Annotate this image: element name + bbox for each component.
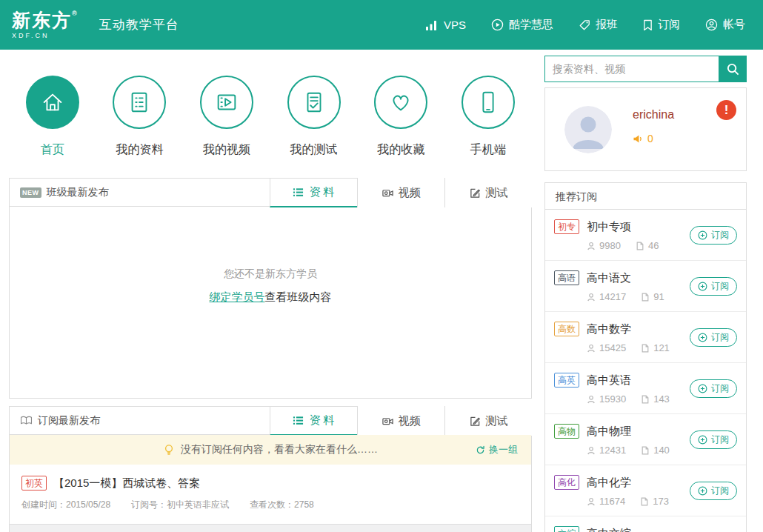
quicknav-label: 手机端: [470, 142, 506, 158]
quick-nav: 首页 我的资料 我的视频 我的测试 我的收藏: [9, 76, 532, 158]
subject-badge: 高物: [554, 424, 579, 439]
nav-item-account[interactable]: 帐号: [705, 18, 745, 32]
tab-tests[interactable]: 测试: [444, 406, 532, 436]
subject-badge: 文综: [554, 526, 579, 532]
refresh-icon: [476, 445, 485, 455]
subject-badge: 高英: [554, 373, 579, 388]
tag-icon: [579, 19, 590, 31]
recommend-panel: 推荐订阅 初专 初中专项 9980 46 订阅 高语 高中语文 14217 91…: [544, 182, 747, 532]
plus-circle-icon: [698, 230, 707, 240]
logo-domain: XDF.CN: [12, 32, 79, 39]
recommend-name[interactable]: 高中文综: [587, 527, 631, 532]
file-icon: [636, 242, 644, 250]
person-icon: [587, 497, 596, 506]
nav-item-vps[interactable]: VPS: [425, 19, 466, 31]
view-count: 查看次数：2758: [250, 499, 314, 511]
file-icon: [641, 293, 650, 302]
quicknav-label: 首页: [41, 142, 64, 158]
page: 新东方® XDF.CN 互动教学平台 VPS 酷学慧思 报班 订阅: [0, 0, 763, 532]
subscribe-button[interactable]: 订阅: [690, 482, 737, 500]
user-count: 12431: [599, 445, 626, 456]
recommend-counts: 15425 121: [587, 342, 670, 353]
quicknav-my-videos[interactable]: 我的视频: [183, 76, 270, 158]
class-empty-state: 您还不是新东方学员 绑定学员号查看班级内容: [10, 267, 531, 305]
user-count: 14217: [599, 291, 626, 302]
quicknav-label: 我的资料: [116, 142, 163, 158]
recommend-name[interactable]: 高中化学: [587, 476, 631, 490]
tab-label: 视频: [399, 186, 421, 200]
notice-text: 没有订阅任何内容，看看大家在看什么……: [181, 443, 378, 456]
nav-label: 酷学慧思: [509, 18, 553, 32]
user-circle-icon: [705, 19, 718, 31]
class-panel-tabs: 资 料 视频 测试: [270, 178, 532, 207]
recommend-row: 高数 高中数学 15425 121 订阅: [545, 312, 746, 363]
feed-item-title[interactable]: 【2015一模】西城试卷、答案: [53, 476, 200, 491]
nav-item-subscribe[interactable]: 订阅: [643, 18, 680, 32]
panel-title-text: 班级最新发布: [47, 186, 109, 199]
quicknav-my-tests[interactable]: 我的测试: [270, 76, 358, 158]
doc-check-icon: [287, 76, 341, 129]
search-bar: [544, 56, 747, 82]
quicknav-my-materials[interactable]: 我的资料: [96, 76, 184, 158]
subject-badge: 初英: [21, 476, 47, 491]
recommend-name[interactable]: 初中专项: [587, 220, 631, 234]
nav-item-kuxue[interactable]: 酷学慧思: [491, 18, 553, 32]
file-count: 140: [653, 445, 670, 456]
recommend-row: 高语 高中语文 14217 91 订阅: [545, 261, 746, 312]
recommend-row: 高物 高中物理 12431 140 订阅: [545, 414, 746, 465]
tab-materials[interactable]: 资 料: [270, 178, 357, 207]
subject-badge: 高化: [554, 475, 579, 490]
nav-label: 报班: [596, 18, 618, 32]
file-icon: [641, 395, 650, 404]
file-icon: [641, 446, 650, 455]
home-icon: [26, 76, 79, 129]
nav-item-baoban[interactable]: 报班: [579, 18, 618, 32]
alert-icon[interactable]: !: [716, 100, 736, 120]
created-time: 创建时间：2015/05/28: [21, 499, 110, 511]
list-tab-icon: [293, 187, 304, 198]
quicknav-my-favorites[interactable]: 我的收藏: [357, 76, 444, 158]
bind-student-link[interactable]: 绑定学员号: [210, 290, 265, 303]
logo-text: 新东方: [12, 10, 72, 30]
subscribe-button[interactable]: 订阅: [690, 379, 737, 398]
subscribe-button[interactable]: 订阅: [690, 277, 737, 296]
subscribe-button[interactable]: 订阅: [690, 226, 737, 245]
tab-videos[interactable]: 视频: [357, 178, 444, 207]
subscribe-button[interactable]: 订阅: [690, 328, 737, 347]
file-count: 173: [653, 496, 669, 507]
change-group-link[interactable]: 换一组: [476, 435, 518, 465]
plus-circle-icon: [698, 486, 707, 496]
quicknav-mobile[interactable]: 手机端: [444, 76, 532, 158]
bookmark-icon: [643, 19, 653, 31]
plus-circle-icon: [698, 384, 707, 393]
tab-materials[interactable]: 资 料: [270, 406, 357, 436]
recommend-name[interactable]: 高中英语: [587, 373, 631, 388]
nav-label: 订阅: [658, 18, 680, 32]
quicknav-label: 我的收藏: [377, 142, 424, 158]
file-count: 143: [653, 393, 670, 405]
recommend-name[interactable]: 高中物理: [587, 425, 631, 439]
no-subscription-notice: 没有订阅任何内容，看看大家在看什么…… 换一组: [10, 435, 531, 465]
search-input[interactable]: [544, 56, 719, 82]
quicknav-label: 我的测试: [290, 142, 338, 158]
recommend-name[interactable]: 高中语文: [587, 271, 631, 285]
search-button[interactable]: [719, 56, 747, 82]
tab-videos[interactable]: 视频: [357, 406, 444, 436]
list-tab-icon: [293, 415, 304, 426]
plus-circle-icon: [698, 333, 707, 342]
feed-item-meta: 创建时间：2015/05/28 订阅号：初中英语非应试 查看次数：2758: [21, 499, 519, 511]
file-count: 121: [653, 342, 670, 353]
file-icon: [641, 344, 650, 353]
quicknav-home[interactable]: 首页: [9, 76, 96, 158]
subscribe-button[interactable]: 订阅: [690, 430, 737, 449]
feed-list-item[interactable]: 初英 【2015一模】西城试卷、答案 创建时间：2015/05/28 订阅号：初…: [10, 465, 531, 511]
recommend-name[interactable]: 高中数学: [587, 322, 631, 336]
panel-title-text: 订阅最新发布: [38, 414, 100, 428]
subject-badge: 初专: [554, 219, 579, 234]
username[interactable]: erichina: [633, 108, 674, 122]
tab-tests[interactable]: 测试: [444, 178, 532, 207]
header-nav: VPS 酷学慧思 报班 订阅 帐号: [425, 18, 745, 32]
top-header: 新东方® XDF.CN 互动教学平台 VPS 酷学慧思 报班 订阅: [0, 0, 763, 50]
xdf-logo[interactable]: 新东方® XDF.CN: [12, 10, 79, 39]
avatar[interactable]: [564, 106, 612, 153]
